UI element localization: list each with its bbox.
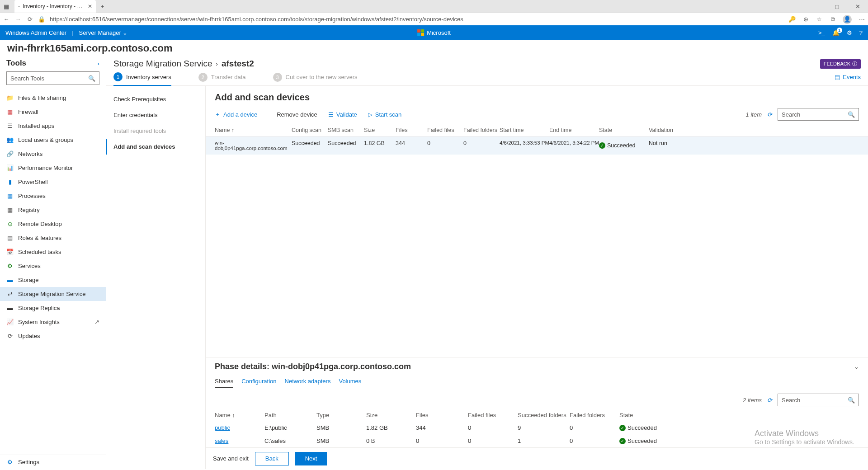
col-succeeded-folders[interactable]: Succeeded folders — [518, 412, 570, 418]
start-scan-button[interactable]: ▷Start scan — [368, 111, 402, 118]
maximize-icon[interactable]: ◻ — [826, 0, 847, 13]
col-share-files[interactable]: Files — [416, 412, 468, 418]
substep-creds[interactable]: Enter credentials — [106, 107, 205, 123]
collapse-phase-icon[interactable]: ⌄ — [854, 363, 859, 370]
sidebar-item-local-users[interactable]: 👥Local users & groups — [0, 133, 106, 147]
app-menu-icon[interactable]: ▦ — [0, 0, 13, 13]
step-transfer[interactable]: 2Transfer data — [198, 73, 246, 85]
step-cutover[interactable]: 3Cut over to the new servers — [273, 73, 358, 85]
sidebar-item-storage[interactable]: ▬Storage — [0, 273, 106, 287]
sidebar-item-remote-desktop[interactable]: ⊙Remote Desktop — [0, 217, 106, 231]
sidebar-item-processes[interactable]: ▦Processes — [0, 189, 106, 203]
col-files[interactable]: Files — [396, 127, 427, 133]
sidebar-item-events[interactable]: 📋Events — [0, 88, 106, 91]
sidebar-item-settings[interactable]: ⚙Settings — [0, 455, 106, 469]
search-shares-input[interactable]: Search🔍 — [778, 394, 859, 406]
sidebar-item-system-insights[interactable]: 📈System Insights↗ — [0, 315, 106, 329]
close-icon[interactable]: ✕ — [88, 3, 92, 9]
sidebar-item-services[interactable]: ⚙Services — [0, 259, 106, 273]
address-bar[interactable]: https://localhost:6516/servermanager/con… — [50, 16, 784, 23]
browser-tab[interactable]: ▫ Inventory - Inventory - Job deta ✕ — [14, 0, 96, 13]
wac-brand[interactable]: Windows Admin Center — [5, 29, 66, 36]
substep-scan[interactable]: Add and scan devices — [106, 139, 205, 155]
sidebar-item-roles[interactable]: ▤Roles & features — [0, 231, 106, 245]
sidebar-item-files[interactable]: 📁Files & file sharing — [0, 91, 106, 105]
sidebar-item-storage-replica[interactable]: ▬Storage Replica — [0, 301, 106, 315]
col-share-name[interactable]: Name — [215, 412, 231, 418]
save-exit-link[interactable]: Save and exit — [213, 455, 249, 462]
tab-configuration[interactable]: Configuration — [241, 378, 276, 388]
events-button[interactable]: ▤Events — [835, 74, 861, 84]
sidebar-item-powershell[interactable]: ▮PowerShell — [0, 175, 106, 189]
device-row[interactable]: win-dobj0p41pga.corp.contoso.com Succeed… — [206, 136, 868, 155]
profile-icon[interactable]: 👤 — [843, 15, 852, 24]
share-link-public[interactable]: public — [215, 424, 230, 431]
server-manager-dropdown[interactable]: Server Manager ⌄ — [79, 29, 128, 36]
microsoft-logo-icon — [417, 29, 424, 36]
col-name[interactable]: Name — [215, 127, 230, 133]
sidebar-item-registry[interactable]: ▦Registry — [0, 203, 106, 217]
external-link-icon: ↗ — [94, 319, 99, 325]
col-type[interactable]: Type — [316, 412, 366, 418]
col-size[interactable]: Size — [364, 127, 396, 133]
feedback-button[interactable]: FEEDBACKⓘ — [820, 59, 861, 69]
back-icon[interactable]: ← — [3, 16, 10, 23]
phase-title: Phase details: win-dobj0p41pga.corp.cont… — [215, 362, 411, 371]
col-share-failed-folders[interactable]: Failed folders — [570, 412, 619, 418]
help-icon[interactable]: ? — [859, 29, 863, 36]
sidebar-item-installed-apps[interactable]: ☰Installed apps — [0, 119, 106, 133]
add-device-button[interactable]: ＋Add a device — [215, 110, 257, 118]
col-failed-files[interactable]: Failed files — [427, 127, 463, 133]
validate-button[interactable]: ☰Validate — [328, 111, 357, 118]
read-aloud-icon[interactable]: ⊕ — [802, 16, 809, 23]
remove-device-button[interactable]: —Remove device — [268, 111, 317, 118]
lock-icon: 🔒 — [38, 16, 45, 23]
settings-icon[interactable]: ⚙ — [847, 29, 852, 36]
sidebar-item-scheduled-tasks[interactable]: 📅Scheduled tasks — [0, 245, 106, 259]
apps-icon: ☰ — [6, 122, 14, 130]
new-tab-button[interactable]: ＋ — [96, 0, 108, 13]
col-path[interactable]: Path — [264, 412, 316, 418]
refresh-shares-icon[interactable]: ⟳ — [767, 397, 772, 404]
step-inventory[interactable]: 1Inventory servers — [113, 72, 171, 86]
cloud-shell-icon[interactable]: >_ — [818, 29, 825, 36]
col-end-time[interactable]: End time — [549, 127, 599, 133]
sidebar-item-storage-migration[interactable]: ⇄Storage Migration Service — [0, 287, 106, 301]
col-share-size[interactable]: Size — [366, 412, 416, 418]
breadcrumb-root[interactable]: Storage Migration Service — [113, 59, 212, 69]
chevron-down-icon: ⌄ — [123, 29, 127, 36]
sidebar-item-updates[interactable]: ⟳Updates — [0, 329, 106, 343]
refresh-icon[interactable]: ⟳ — [26, 16, 33, 23]
share-link-sales[interactable]: sales — [215, 437, 228, 444]
sidebar-item-perfmon[interactable]: 📊Performance Monitor — [0, 161, 106, 175]
minimize-icon[interactable]: — — [806, 0, 826, 13]
search-tools-input[interactable]: Search Tools 🔍 — [6, 71, 99, 85]
notifications-icon[interactable]: 🔔 — [832, 29, 840, 36]
migration-icon: ⇄ — [6, 291, 14, 298]
col-share-state[interactable]: State — [619, 412, 669, 418]
col-failed-folders[interactable]: Failed folders — [463, 127, 500, 133]
col-config-scan[interactable]: Config scan — [292, 127, 328, 133]
substep-prereq[interactable]: Check Prerequisites — [106, 91, 205, 107]
favorite-icon[interactable]: ☆ — [816, 16, 823, 23]
activate-windows-watermark: Activate Windows Go to Settings to activ… — [755, 429, 854, 446]
collections-icon[interactable]: ⧉ — [829, 16, 836, 23]
col-state[interactable]: State — [599, 127, 649, 133]
tab-shares[interactable]: Shares — [215, 378, 233, 388]
col-smb-scan[interactable]: SMB scan — [328, 127, 364, 133]
refresh-grid-icon[interactable]: ⟳ — [767, 111, 772, 118]
col-start-time[interactable]: Start time — [500, 127, 549, 133]
search-devices-input[interactable]: Search🔍 — [778, 108, 859, 121]
sidebar-item-networks[interactable]: 🔗Networks — [0, 147, 106, 161]
sidebar-item-firewall[interactable]: ▦Firewall — [0, 105, 106, 119]
more-icon[interactable]: ⋯ — [858, 16, 865, 23]
key-icon[interactable]: 🔑 — [788, 16, 796, 23]
col-validation[interactable]: Validation — [649, 127, 680, 133]
back-button[interactable]: Back — [255, 452, 289, 465]
tab-network-adapters[interactable]: Network adapters — [285, 378, 331, 388]
col-share-failed-files[interactable]: Failed files — [468, 412, 518, 418]
close-window-icon[interactable]: ✕ — [847, 0, 868, 13]
collapse-sidebar-icon[interactable]: ‹ — [98, 60, 99, 67]
tab-volumes[interactable]: Volumes — [339, 378, 361, 388]
next-button[interactable]: Next — [295, 452, 327, 465]
